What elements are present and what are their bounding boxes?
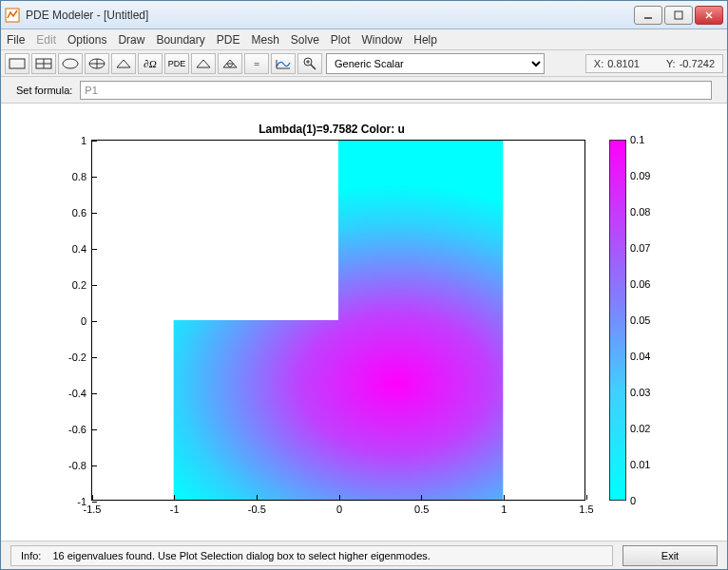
coord-readout: X: 0.8101 Y: -0.7242 xyxy=(585,54,723,73)
menu-pde[interactable]: PDE xyxy=(217,33,240,47)
menu-help[interactable]: Help xyxy=(413,33,437,47)
menu-options[interactable]: Options xyxy=(67,33,106,47)
ytick-label: 0 xyxy=(81,315,92,327)
svg-line-20 xyxy=(311,65,316,69)
axes: -1.5-1-0.500.511.5-1-0.8-0.6-0.4-0.200.2… xyxy=(91,140,585,501)
menu-solve[interactable]: Solve xyxy=(291,33,319,47)
coord-y-value: -0.7242 xyxy=(680,58,715,69)
colorbar-tick-label: 0.05 xyxy=(630,314,650,326)
svg-rect-5 xyxy=(10,59,25,68)
titlebar: PDE Modeler - [Untitled] xyxy=(1,1,727,29)
svg-marker-14 xyxy=(197,60,210,67)
ytick-label: 0.2 xyxy=(72,279,92,291)
menu-window[interactable]: Window xyxy=(362,33,403,47)
ytick-label: -0.4 xyxy=(68,388,92,399)
status-message: 16 eigenvalues found. Use Plot Selection… xyxy=(52,550,430,561)
ytick-label: 0.6 xyxy=(72,207,92,218)
ytick-label: -0.2 xyxy=(68,352,92,363)
plot-title: Lambda(1)=9.7582 Color: u xyxy=(1,123,662,136)
menu-boundary[interactable]: Boundary xyxy=(156,33,204,47)
menu-file[interactable]: File xyxy=(7,33,25,47)
plot3d-icon[interactable] xyxy=(271,53,296,74)
plot-area: Lambda(1)=9.7582 Color: u -1.5-1-0.500.5… xyxy=(1,104,728,541)
xtick-label: 1 xyxy=(501,500,507,515)
xtick-label: -0.5 xyxy=(248,500,266,515)
svg-line-17 xyxy=(227,64,231,67)
close-button[interactable] xyxy=(695,6,723,25)
ellipse-tool-icon[interactable] xyxy=(58,53,83,74)
rect-center-tool-icon[interactable] xyxy=(31,53,56,74)
mesh-refine-icon[interactable] xyxy=(218,53,242,74)
menu-plot[interactable]: Plot xyxy=(331,33,351,47)
app-icon xyxy=(5,8,20,23)
xtick-label: 0.5 xyxy=(414,500,429,515)
zoom-icon[interactable] xyxy=(297,53,322,74)
menu-edit[interactable]: Edit xyxy=(36,33,56,47)
statusbar: Info: 16 eigenvalues found. Use Plot Sel… xyxy=(1,541,727,569)
mesh-init-icon[interactable] xyxy=(191,53,216,74)
svg-point-9 xyxy=(63,59,78,68)
svg-line-18 xyxy=(230,64,234,67)
colorbar-tick-label: 0.03 xyxy=(630,387,650,398)
formula-row: Set formula: xyxy=(1,77,727,104)
colorbar-tick-label: 0.01 xyxy=(630,459,650,470)
xtick-label: -1 xyxy=(170,500,180,515)
ellipse-center-tool-icon[interactable] xyxy=(85,53,109,74)
colorbar-tick-label: 0.08 xyxy=(630,206,650,218)
boundary-tool-icon[interactable]: ∂Ω xyxy=(138,53,163,74)
svg-marker-13 xyxy=(117,60,130,67)
coord-x-value: 0.8101 xyxy=(607,58,640,69)
menu-draw[interactable]: Draw xyxy=(118,33,144,47)
menu-mesh[interactable]: Mesh xyxy=(251,33,278,47)
ytick-label: -1 xyxy=(77,496,92,507)
equals-label: = xyxy=(254,58,259,69)
window-buttons xyxy=(634,6,723,25)
ytick-label: -0.6 xyxy=(68,424,92,435)
status-prefix: Info: xyxy=(21,550,41,561)
ytick-label: 0.4 xyxy=(72,243,92,255)
exit-button[interactable]: Exit xyxy=(623,545,718,566)
colorbar-tick-label: 0.04 xyxy=(630,351,650,362)
solve-button[interactable]: = xyxy=(244,53,269,74)
maximize-button[interactable] xyxy=(664,6,693,25)
rect-tool-icon[interactable] xyxy=(5,53,29,74)
ytick-label: 0.8 xyxy=(72,171,92,182)
minimize-button[interactable] xyxy=(634,6,662,25)
toolbar: ∂Ω PDE = Generic Scalar X: 0.8101 Y: -0.… xyxy=(1,50,727,77)
polygon-tool-icon[interactable] xyxy=(111,53,136,74)
status-message-box: Info: 16 eigenvalues found. Use Plot Sel… xyxy=(10,545,613,566)
colorbar-tick-label: 0.07 xyxy=(630,242,650,254)
svg-rect-2 xyxy=(675,11,682,19)
colorbar-tick-label: 0.02 xyxy=(630,423,650,434)
colorbar-tick-label: 0.09 xyxy=(630,170,650,181)
menubar: FileEditOptionsDrawBoundaryPDEMeshSolveP… xyxy=(1,29,727,50)
ytick-label: -0.8 xyxy=(68,460,92,471)
pde-spec-button[interactable]: PDE xyxy=(164,53,189,74)
xtick-label: 1.5 xyxy=(579,500,593,515)
colorbar-tick-label: 0.06 xyxy=(630,278,650,290)
xtick-label: 0 xyxy=(336,500,342,515)
colorbar-tick-label: 0 xyxy=(630,495,636,506)
formula-label: Set formula: xyxy=(16,85,72,96)
coord-y-label: Y: xyxy=(666,58,676,69)
colorbar-tick-label: 0.1 xyxy=(630,134,644,145)
pde-label: PDE xyxy=(168,59,186,68)
coord-x-label: X: xyxy=(594,58,603,69)
formula-input[interactable] xyxy=(80,81,712,100)
colorbar xyxy=(609,140,626,501)
pdomega-label: ∂Ω xyxy=(144,58,156,69)
ytick-label: 1 xyxy=(81,135,92,146)
window-title: PDE Modeler - [Untitled] xyxy=(26,9,634,22)
app-mode-select[interactable]: Generic Scalar xyxy=(326,53,545,74)
